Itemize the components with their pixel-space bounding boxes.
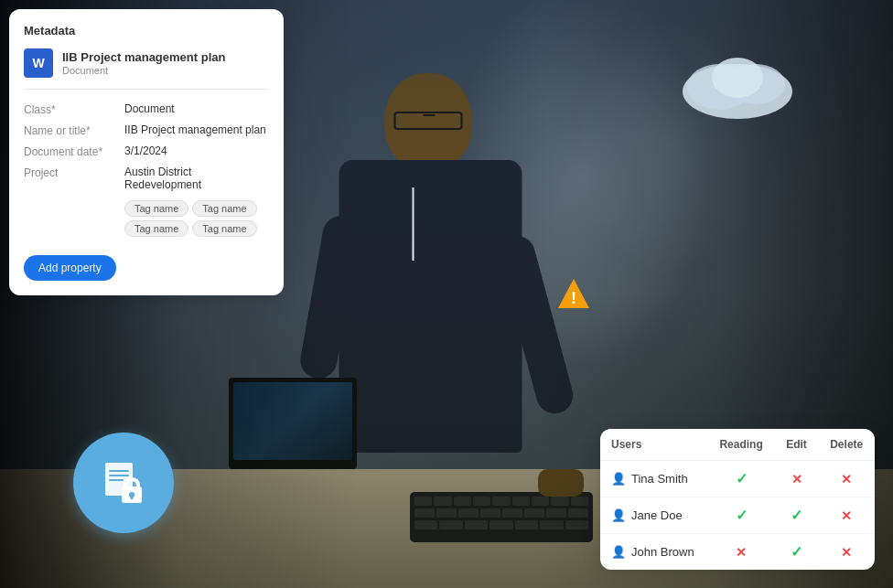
cloud-svg	[673, 37, 802, 119]
lock-circle-icon	[73, 433, 174, 533]
user-cell-2: 👤 Jane Doe	[600, 497, 708, 534]
table-row: 👤 Jane Doe ✓ ✓ ✕	[600, 497, 875, 534]
document-header: W IIB Project management plan Document	[24, 48, 269, 90]
meta-row-date: Document date* 3/1/2024	[24, 144, 269, 158]
tags-container: Tag name Tag name Tag name Tag name	[124, 200, 269, 237]
user-icon-3: 👤	[611, 545, 626, 559]
reading-1: ✓	[708, 461, 775, 497]
add-property-button[interactable]: Add property	[24, 255, 116, 281]
svg-text:!: !	[571, 289, 576, 307]
tag-4: Tag name	[192, 220, 256, 237]
meta-value-class: Document	[124, 102, 269, 115]
cross-icon: ✕	[841, 545, 852, 560]
lock-svg	[96, 455, 151, 510]
meta-value-name: IIB Project management plan	[124, 123, 269, 136]
meta-label-tags	[24, 198, 124, 199]
tag-3: Tag name	[124, 220, 188, 237]
doc-info: IIB Project management plan Document	[62, 50, 225, 77]
svg-point-3	[712, 58, 763, 98]
card-title: Metadata	[24, 24, 269, 37]
check-icon: ✓	[736, 508, 748, 523]
warning-icon: !	[556, 276, 591, 318]
delete-2: ✕	[818, 497, 875, 534]
user-cell-1: 👤 Tina Smith	[600, 461, 708, 497]
meta-row-project: Project Austin District Redevelopment	[24, 166, 269, 191]
user-name-1: Tina Smith	[631, 472, 688, 486]
metadata-card: Metadata W IIB Project management plan D…	[9, 9, 284, 295]
permissions-card: Users Reading Edit Delete 👤 Tina Smith ✓…	[600, 429, 875, 570]
check-icon: ✓	[791, 508, 802, 523]
table-body: 👤 Tina Smith ✓ ✕ ✕ 👤 Jane Doe ✓ ✓ ✕	[600, 461, 875, 571]
check-icon: ✓	[791, 544, 802, 560]
svg-rect-8	[109, 475, 129, 476]
svg-rect-7	[109, 470, 129, 472]
user-cell-3: 👤 John Brown	[600, 534, 708, 571]
user-icon-1: 👤	[611, 472, 626, 486]
table-header: Users Reading Edit Delete	[600, 429, 875, 461]
meta-value-project: Austin District Redevelopment	[124, 166, 269, 191]
delete-1: ✕	[818, 461, 875, 497]
tag-1: Tag name	[124, 200, 188, 217]
meta-label-name: Name or title*	[24, 123, 124, 137]
warning-svg: !	[556, 276, 591, 311]
meta-row-class: Class* Document	[24, 102, 269, 116]
user-name-3: John Brown	[631, 545, 694, 559]
col-users: Users	[600, 429, 708, 461]
meta-label-date: Document date*	[24, 144, 124, 158]
delete-3: ✕	[818, 534, 875, 571]
svg-rect-12	[131, 495, 134, 499]
meta-row-tags: Tag name Tag name Tag name Tag name	[24, 198, 269, 237]
cross-icon: ✕	[841, 472, 852, 486]
cross-icon: ✕	[791, 472, 802, 486]
check-icon: ✓	[736, 471, 748, 486]
edit-1: ✕	[775, 461, 819, 497]
permissions-table: Users Reading Edit Delete 👤 Tina Smith ✓…	[600, 429, 875, 570]
table-row: 👤 Tina Smith ✓ ✕ ✕	[600, 461, 875, 497]
col-reading: Reading	[708, 429, 775, 461]
metadata-table: Class* Document Name or title* IIB Proje…	[24, 102, 269, 237]
tag-2: Tag name	[192, 200, 256, 217]
edit-3: ✓	[775, 534, 819, 571]
cross-icon: ✕	[841, 508, 852, 523]
col-delete: Delete	[818, 429, 875, 461]
table-row: 👤 John Brown ✕ ✓ ✕	[600, 534, 875, 571]
user-icon-2: 👤	[611, 508, 626, 522]
reading-2: ✓	[708, 497, 775, 534]
col-edit: Edit	[775, 429, 819, 461]
doc-name: IIB Project management plan	[62, 50, 225, 66]
meta-label-class: Class*	[24, 102, 124, 116]
meta-label-project: Project	[24, 166, 124, 179]
svg-rect-9	[109, 479, 124, 481]
meta-value-date: 3/1/2024	[124, 144, 269, 157]
cross-icon: ✕	[736, 545, 747, 560]
doc-type: Document	[62, 65, 225, 76]
word-icon: W	[24, 48, 53, 78]
edit-2: ✓	[775, 497, 819, 534]
user-name-2: Jane Doe	[631, 508, 683, 522]
cloud-decoration	[673, 37, 802, 123]
meta-row-name: Name or title* IIB Project management pl…	[24, 123, 269, 137]
header-row: Users Reading Edit Delete	[600, 429, 875, 461]
reading-3: ✕	[708, 534, 775, 571]
